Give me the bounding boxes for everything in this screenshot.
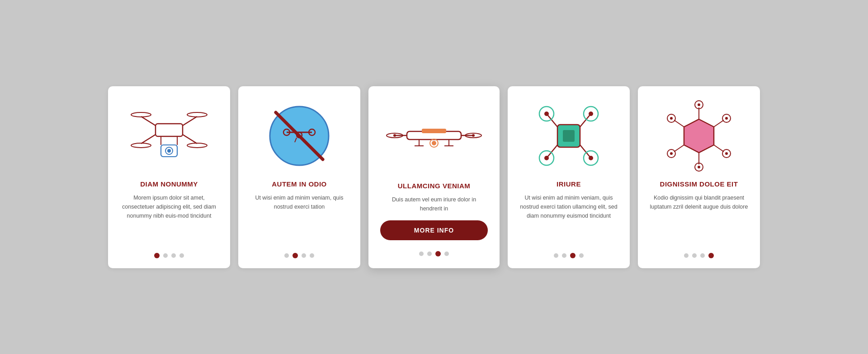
dot-1-0 bbox=[154, 253, 160, 258]
svg-rect-23 bbox=[422, 129, 446, 133]
drone-camera-icon bbox=[118, 100, 220, 172]
svg-rect-0 bbox=[156, 124, 183, 136]
svg-point-8 bbox=[187, 143, 207, 148]
svg-point-66 bbox=[670, 152, 673, 155]
dot-5-2 bbox=[700, 253, 705, 258]
drone-hex-icon bbox=[648, 100, 750, 172]
svg-line-2 bbox=[183, 116, 197, 126]
svg-point-60 bbox=[725, 117, 728, 120]
svg-line-56 bbox=[674, 120, 684, 127]
dot-3-3 bbox=[444, 252, 449, 256]
card-4-title: IRIURE bbox=[557, 180, 581, 188]
svg-point-48 bbox=[544, 156, 549, 160]
card-1-title: DIAM NONUMMY bbox=[140, 180, 198, 188]
dot-3-1 bbox=[427, 252, 432, 256]
dot-3-2 bbox=[435, 251, 441, 256]
card-2-body: Ut wisi enim ad minim veniam, quis nostr… bbox=[248, 193, 350, 246]
svg-point-35 bbox=[432, 141, 436, 145]
svg-point-5 bbox=[131, 112, 151, 117]
dot-4-3 bbox=[579, 253, 584, 258]
cards-container: DIAM NONUMMY Morem ipsum dolor sit amet,… bbox=[81, 68, 787, 286]
svg-point-64 bbox=[698, 166, 700, 168]
svg-point-62 bbox=[725, 152, 728, 155]
card-4-dots bbox=[554, 253, 584, 258]
svg-point-6 bbox=[187, 112, 207, 117]
svg-line-53 bbox=[714, 145, 724, 152]
card-2-title: AUTEM IN ODIO bbox=[272, 180, 327, 188]
svg-point-27 bbox=[393, 134, 396, 137]
card-1-dots bbox=[154, 253, 184, 258]
more-info-button[interactable]: MORE INFO bbox=[380, 220, 488, 240]
card-3: ULLAMCING VENIAM Duis autem vel eum iriu… bbox=[368, 86, 500, 268]
card-3-dots bbox=[419, 251, 449, 256]
dot-4-2 bbox=[570, 253, 576, 258]
svg-line-55 bbox=[674, 145, 684, 152]
svg-point-46 bbox=[544, 112, 549, 116]
drone-quad-icon bbox=[518, 100, 620, 172]
dot-4-1 bbox=[562, 253, 566, 258]
card-1: DIAM NONUMMY Morem ipsum dolor sit amet,… bbox=[108, 86, 230, 268]
dot-5-0 bbox=[684, 253, 689, 258]
svg-line-4 bbox=[183, 135, 197, 144]
no-drone-icon bbox=[248, 100, 350, 172]
card-5-body: Kodio dignissim qui blandit praesent lup… bbox=[648, 193, 750, 246]
card-5-dots bbox=[684, 253, 714, 258]
svg-point-47 bbox=[589, 112, 593, 116]
dot-2-0 bbox=[284, 253, 289, 258]
dot-2-2 bbox=[302, 253, 306, 258]
dot-2-1 bbox=[292, 253, 298, 258]
card-4: IRIURE Ut wisi enim ad minim veniam, qui… bbox=[508, 86, 630, 268]
drone-side-icon bbox=[380, 102, 488, 174]
card-2-dots bbox=[284, 253, 314, 258]
card-5-title: DIGNISSIM DOLOE EIT bbox=[660, 180, 738, 188]
svg-point-49 bbox=[589, 156, 593, 160]
dot-5-1 bbox=[692, 253, 697, 258]
dot-1-2 bbox=[171, 253, 176, 258]
svg-point-58 bbox=[698, 103, 700, 106]
card-2: AUTEM IN ODIO Ut wisi enim ad minim veni… bbox=[238, 86, 360, 268]
svg-line-52 bbox=[714, 120, 724, 127]
svg-rect-37 bbox=[563, 130, 575, 142]
dot-5-3 bbox=[708, 253, 714, 258]
svg-point-29 bbox=[472, 134, 475, 137]
dot-3-0 bbox=[419, 252, 424, 256]
svg-point-7 bbox=[131, 143, 151, 148]
card-3-body: Duis autem vel eum iriure dolor in hendr… bbox=[380, 195, 488, 213]
dot-1-1 bbox=[163, 253, 168, 258]
card-3-title: ULLAMCING VENIAM bbox=[398, 182, 471, 190]
svg-point-13 bbox=[167, 149, 171, 153]
card-1-body: Morem ipsum dolor sit amet, consectetuer… bbox=[118, 193, 220, 246]
card-5: DIGNISSIM DOLOE EIT Kodio dignissim qui … bbox=[638, 86, 760, 268]
svg-line-3 bbox=[141, 135, 156, 144]
dot-1-3 bbox=[179, 253, 184, 258]
svg-point-68 bbox=[670, 117, 673, 120]
svg-line-1 bbox=[141, 116, 156, 126]
svg-marker-50 bbox=[684, 119, 714, 153]
card-4-body: Ut wisi enim ad minim veniam, quis nostr… bbox=[518, 193, 620, 246]
dot-2-3 bbox=[310, 253, 314, 258]
dot-4-0 bbox=[554, 253, 558, 258]
